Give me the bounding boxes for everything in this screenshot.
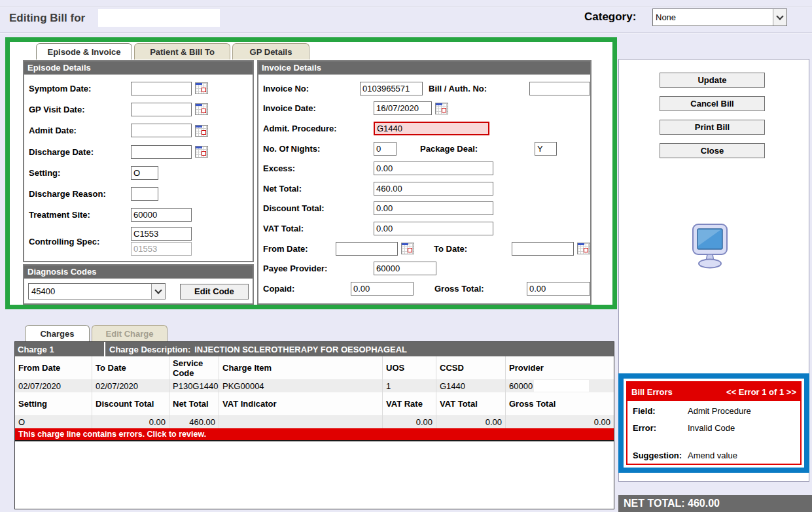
suggestion-value: Amend value	[688, 451, 737, 460]
divider	[0, 6, 812, 7]
calendar-icon[interactable]	[195, 125, 208, 137]
excess-row: Excess:	[258, 158, 590, 179]
discharge-date-row: Discharge Date:	[24, 141, 253, 162]
discount-total-label: Discount Total:	[263, 203, 374, 213]
print-bill-button[interactable]: Print Bill	[660, 120, 765, 135]
calendar-icon[interactable]	[401, 243, 414, 254]
suggestion-row: Suggestion: Amend value	[633, 451, 737, 460]
cancel-bill-button[interactable]: Cancel Bill	[660, 96, 765, 111]
category-select[interactable]: None	[652, 9, 787, 26]
col-header: Net Total	[169, 392, 219, 415]
discharge-reason-label: Discharge Reason:	[29, 189, 131, 199]
discount-total-input[interactable]	[374, 201, 493, 215]
net-total-row: Net Total:	[258, 179, 590, 199]
copaid-input[interactable]	[351, 282, 414, 296]
package-deal-input[interactable]	[535, 142, 557, 156]
update-button[interactable]: Update	[660, 73, 765, 88]
controlling-spec-input[interactable]	[131, 227, 192, 241]
tab-edit-charge: Edit Charge	[92, 325, 168, 341]
discharge-date-input[interactable]	[131, 145, 192, 159]
divider	[0, 32, 812, 33]
tab-charges[interactable]: Charges	[25, 325, 90, 341]
category-value: None	[653, 11, 773, 24]
calendar-icon[interactable]	[435, 103, 448, 114]
charge-description-value: INJECTION SCLEROTHERAPY FOR OESOPHAGEAL	[194, 345, 407, 354]
admit-date-input[interactable]	[131, 124, 192, 137]
symptom-date-input[interactable]	[131, 82, 192, 95]
invoice-date-label: Invoice Date:	[263, 103, 374, 113]
setting-cell: O	[15, 415, 92, 428]
calendar-icon[interactable]	[195, 103, 208, 115]
from-date-input[interactable]	[336, 242, 398, 256]
gp-visit-date-row: GP Visit Date:	[24, 99, 253, 120]
net-total-input[interactable]	[374, 182, 493, 196]
to-date-cell: 02/07/2020	[92, 379, 169, 392]
no-of-nights-input[interactable]	[374, 142, 397, 156]
package-deal-label: Package Deal:	[420, 144, 531, 154]
redaction-overlay	[534, 380, 589, 392]
treatment-site-label: Treatment Site:	[29, 210, 131, 220]
controlling-spec-label: Controlling Spec:	[29, 237, 131, 247]
vat-total-input[interactable]	[374, 222, 493, 235]
bill-auth-no-input[interactable]	[529, 82, 590, 95]
symptom-date-label: Symptom Date:	[29, 84, 131, 94]
chevron-down-icon[interactable]	[773, 9, 786, 26]
copaid-label: Copaid:	[263, 284, 351, 294]
from-date-label: From Date:	[263, 244, 336, 254]
diagnosis-codes-header: Diagnosis Codes	[24, 265, 253, 279]
net-total-label: Net Total:	[263, 184, 374, 194]
tab-gp-details[interactable]: GP Details	[232, 43, 309, 60]
payee-provider-input[interactable]	[374, 262, 436, 275]
admit-procedure-label: Admit. Procedure:	[263, 124, 374, 133]
admit-procedure-input[interactable]	[374, 122, 489, 135]
calendar-icon[interactable]	[195, 146, 208, 158]
edit-code-button[interactable]: Edit Code	[180, 284, 249, 299]
calendar-icon[interactable]	[577, 243, 590, 254]
error-detail-row: Error: Invalid Code	[633, 423, 735, 433]
episode-details-panel: Episode Details Symptom Date: GP Visit D…	[23, 60, 254, 262]
bill-errors-body: Field: Admit Procedure Error: Invalid Co…	[627, 401, 800, 464]
field-value: Admit Procedure	[688, 406, 751, 416]
diagnosis-code-select[interactable]: 45400	[28, 283, 166, 299]
setting-label: Setting:	[29, 168, 131, 178]
excess-label: Excess:	[263, 163, 374, 173]
col-header: Gross Total	[506, 392, 614, 415]
charge-number: Charge 1	[15, 342, 105, 356]
error-pager[interactable]: << Error 1 of 1 >>	[726, 387, 796, 397]
excess-input[interactable]	[374, 162, 493, 175]
gross-total-cell: 0.00	[506, 415, 614, 428]
close-button[interactable]: Close	[660, 143, 765, 158]
discharge-reason-input[interactable]	[131, 187, 158, 201]
col-header: VAT Total	[436, 392, 506, 415]
diagnosis-codes-panel: Diagnosis Codes 45400 Edit Code	[23, 264, 254, 305]
discharge-reason-row: Discharge Reason:	[24, 183, 253, 204]
calendar-icon[interactable]	[195, 82, 208, 94]
charge-description-label: Charge Description:	[105, 345, 194, 354]
chevron-down-icon[interactable]	[151, 284, 165, 299]
to-date-input[interactable]	[512, 242, 574, 256]
invoice-no-input[interactable]	[360, 82, 423, 95]
charge-data-row-2[interactable]: O 0.00 460.00 0.00 0.00 0.00	[15, 415, 614, 428]
vat-total-row: VAT Total:	[258, 218, 590, 239]
gross-total-input[interactable]	[527, 282, 590, 296]
tab-patient-bill-to[interactable]: Patient & Bill To	[134, 43, 230, 60]
charge-data-row-1[interactable]: 02/07/2020 02/07/2020 P130G1440 PKG00004…	[15, 379, 614, 392]
vat-indicator-cell	[219, 415, 383, 428]
setting-row: Setting:	[24, 162, 253, 183]
episode-details-header: Episode Details	[24, 61, 253, 75]
bill-errors-box: Bill Errors << Error 1 of 1 >> Field: Ad…	[626, 381, 802, 465]
bill-for-input[interactable]	[98, 9, 220, 27]
admit-date-label: Admit Date:	[29, 126, 131, 135]
gp-visit-date-label: GP Visit Date:	[29, 105, 131, 114]
invoice-date-input[interactable]	[374, 101, 432, 115]
treatment-site-input[interactable]	[131, 208, 192, 222]
tab-label: Charges	[40, 329, 74, 339]
gp-visit-date-input[interactable]	[131, 103, 192, 116]
tab-episode-invoice[interactable]: Episode & Invoice	[36, 43, 132, 60]
setting-input[interactable]	[131, 166, 158, 180]
col-header: VAT Rate	[383, 392, 436, 415]
vat-total-label: VAT Total:	[263, 224, 374, 233]
bill-auth-no-label: Bill / Auth. No:	[429, 84, 525, 94]
category-label: Category:	[584, 10, 636, 24]
charge-error-banner[interactable]: This charge line contains errors. Click …	[15, 428, 614, 441]
